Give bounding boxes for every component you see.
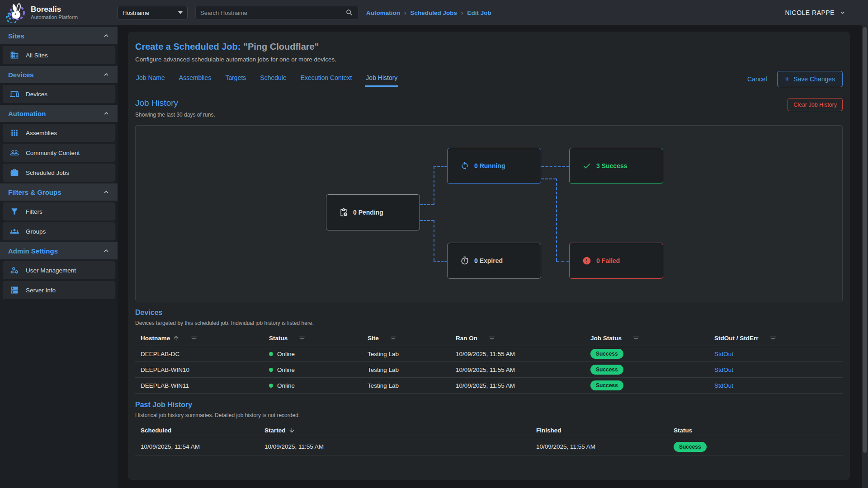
connector-line [541,178,556,179]
filter-list-icon[interactable] [190,335,198,342]
sort-arrow-up-icon[interactable] [173,335,179,342]
page-title-primary: Create a Scheduled Job: [135,42,241,52]
column-header-started[interactable]: Started [259,427,531,434]
brand-name: Borealis [31,5,78,14]
building-icon [10,51,19,60]
sidebar: Sites All Sites Devices Devices Automati… [0,25,118,488]
sidebar-item-filters[interactable]: Filters [3,202,115,221]
breadcrumb-scheduled-jobs[interactable]: Scheduled Jobs [410,9,458,16]
table-row: 10/09/2025, 11:54 AM 10/09/2025, 11:55 A… [135,438,843,455]
past-job-history-table: Scheduled Started Finished Status 10/09/… [135,423,843,455]
online-status-dot [269,384,273,388]
column-header-stdout-stderr[interactable]: StdOut / StdErr [709,335,843,342]
grid-icon [10,128,19,137]
table-row: DEEPLAB-WIN10 Online Testing Lab 10/09/2… [135,362,843,378]
job-status-cell: Success [585,365,709,375]
page-title: Create a Scheduled Job:"Ping Cloudflare" [135,42,843,52]
connector-line [556,178,557,261]
tab-job-name[interactable]: Job Name [135,71,166,87]
stdout-link[interactable]: StdOut [714,382,733,389]
scrollbar-thumb[interactable] [863,27,867,453]
server-icon [10,286,19,295]
filter-list-icon[interactable] [298,335,306,342]
devices-table: Hostname Status Site Ran On Job S [135,331,843,394]
save-changes-button[interactable]: + Save Changes [777,71,843,87]
status-cell: Online [264,351,362,357]
status-badge: Success [674,442,707,452]
edit-job-card: Create a Scheduled Job:"Ping Cloudflare"… [128,32,850,480]
filter-list-icon[interactable] [390,335,397,342]
filter-list-icon[interactable] [488,335,495,342]
tab-execution-context[interactable]: Execution Context [300,71,353,87]
connector-line [434,166,434,205]
sidebar-item-scheduled-jobs[interactable]: Scheduled Jobs [3,164,115,182]
funnel-icon [10,207,19,216]
column-header-scheduled[interactable]: Scheduled [135,427,259,434]
devices-table-header: Hostname Status Site Ran On Job S [135,331,843,346]
tab-row: Job Name Assemblies Targets Schedule Exe… [135,71,843,87]
search-input[interactable] [200,9,345,16]
stdout-cell: StdOut [709,351,843,357]
job-status-flow-diagram: 0 Pending 0 Running 3 Success 0 Expired … [135,125,843,301]
tab-schedule[interactable]: Schedule [259,71,287,87]
main-content: Create a Scheduled Job:"Ping Cloudflare"… [118,25,868,488]
sidebar-section-automation[interactable]: Automation [0,105,118,122]
breadcrumb: Automation › Scheduled Jobs › Edit Job [366,9,491,16]
sidebar-section-admin-settings[interactable]: Admin Settings [0,242,118,259]
chevron-up-icon [102,188,110,196]
finished-cell: 10/09/2025, 11:55 AM [531,443,668,450]
sidebar-item-devices[interactable]: Devices [3,85,115,103]
column-header-finished[interactable]: Finished [531,427,668,434]
job-history-subheading: Showing the last 30 days of runs. [135,112,215,118]
tab-job-history[interactable]: Job History [365,71,398,87]
started-cell: 10/09/2025, 11:55 AM [259,443,531,450]
sidebar-section-sites[interactable]: Sites [0,27,118,44]
status-cell: Online [264,366,362,373]
sort-arrow-down-icon[interactable] [288,427,295,434]
hostname-select[interactable]: Hostname [118,6,188,19]
page-scrollbar [862,25,868,488]
sidebar-item-community-content[interactable]: Community Content [3,144,115,162]
flow-node-pending: 0 Pending [326,194,420,230]
filter-list-icon[interactable] [632,335,640,342]
column-header-status[interactable]: Status [264,335,362,342]
chevron-up-icon [102,109,110,117]
column-header-job-status[interactable]: Job Status [585,335,709,342]
sidebar-item-all-sites[interactable]: All Sites [3,46,115,64]
hostname-cell: DEEPLAB-DC [135,351,264,357]
sidebar-section-devices[interactable]: Devices [0,66,118,83]
sidebar-item-assemblies[interactable]: Assemblies [3,124,115,142]
tab-assemblies[interactable]: Assemblies [178,71,212,87]
column-header-status[interactable]: Status [668,427,843,434]
status-badge: Success [590,349,623,359]
column-header-hostname[interactable]: Hostname [135,335,264,342]
sidebar-section-filters-groups[interactable]: Filters & Groups [0,183,118,201]
stdout-link[interactable]: StdOut [714,351,733,357]
filter-list-icon[interactable] [769,335,777,342]
online-status-dot [269,352,273,356]
tabs: Job Name Assemblies Targets Schedule Exe… [135,71,398,87]
search-icon[interactable] [345,9,354,17]
pending-clipboard-icon [339,208,348,217]
tab-targets[interactable]: Targets [224,71,247,87]
status-badge: Success [590,365,623,375]
devices-icon [10,89,19,99]
user-gear-icon [10,266,19,275]
cancel-button[interactable]: Cancel [747,75,767,83]
hostname-cell: DEEPLAB-WIN11 [135,382,264,389]
table-row: DEEPLAB-WIN11 Online Testing Lab 10/09/2… [135,378,843,394]
breadcrumb-edit-job[interactable]: Edit Job [467,9,491,16]
clear-job-history-button[interactable]: Clear Job History [788,98,843,111]
user-menu[interactable]: NICOLE RAPPE [785,9,846,16]
flow-node-label: 3 Success [596,162,627,169]
stdout-link[interactable]: StdOut [714,366,733,373]
sidebar-item-user-management[interactable]: User Management [3,261,115,279]
column-header-site[interactable]: Site [362,335,450,342]
breadcrumb-automation[interactable]: Automation [366,9,400,16]
sidebar-item-groups[interactable]: Groups [3,222,115,240]
chevron-up-icon [102,70,110,79]
chevron-up-icon [102,32,110,40]
sidebar-item-server-info[interactable]: Server Info [3,281,115,299]
connector-line [556,261,569,262]
column-header-ran-on[interactable]: Ran On [450,335,585,342]
